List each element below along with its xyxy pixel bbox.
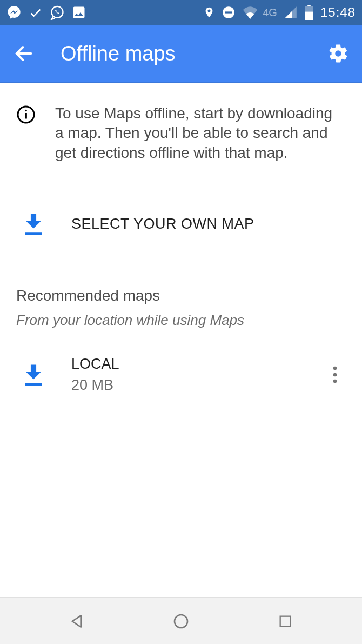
cell-signal-icon <box>284 5 298 19</box>
network-type-label: 4G <box>263 6 277 19</box>
nav-recent-button[interactable] <box>258 614 312 629</box>
download-icon <box>22 363 45 387</box>
android-status-bar: 4G 15:48 <box>0 0 362 25</box>
messenger-icon <box>6 5 22 20</box>
recommended-subheading: From your location while using Maps <box>16 312 346 329</box>
svg-point-9 <box>25 110 27 112</box>
back-button[interactable] <box>13 43 39 64</box>
nav-home-button[interactable] <box>154 613 208 630</box>
recommended-item-texts: LOCAL 20 MB <box>71 356 298 394</box>
svg-rect-11 <box>25 383 42 386</box>
select-own-map-label: SELECT YOUR OWN MAP <box>71 216 254 233</box>
checkmark-icon <box>28 5 43 20</box>
recommended-heading: Recommended maps <box>16 287 346 304</box>
page-title: Offline maps <box>39 42 323 65</box>
whatsapp-icon <box>50 5 65 20</box>
svg-point-15 <box>175 615 187 628</box>
more-options-button[interactable] <box>324 366 346 383</box>
settings-button[interactable] <box>323 43 349 64</box>
svg-point-14 <box>333 380 337 383</box>
svg-rect-2 <box>225 11 232 13</box>
svg-rect-10 <box>25 232 42 235</box>
recommended-section: Recommended maps From your location whil… <box>0 263 362 394</box>
svg-rect-5 <box>305 12 313 20</box>
wifi-icon <box>242 6 258 19</box>
location-icon <box>203 5 215 19</box>
recommended-item-size: 20 MB <box>71 377 298 394</box>
svg-rect-3 <box>307 5 311 6</box>
download-icon <box>22 212 45 236</box>
android-nav-bar <box>0 597 362 644</box>
status-right-icons: 4G 15:48 <box>203 5 356 20</box>
app-bar: Offline maps <box>0 25 362 83</box>
info-text: To use Maps offline, start by downloadin… <box>55 104 347 163</box>
do-not-disturb-icon <box>222 5 236 19</box>
nav-back-button[interactable] <box>50 613 104 630</box>
clock-label: 15:48 <box>320 5 356 20</box>
svg-rect-16 <box>280 616 290 626</box>
select-your-own-map-button[interactable]: SELECT YOUR OWN MAP <box>0 187 362 263</box>
image-icon <box>71 5 86 20</box>
svg-point-13 <box>333 373 337 377</box>
info-icon <box>16 104 36 163</box>
svg-point-12 <box>333 367 337 370</box>
recommended-map-item[interactable]: LOCAL 20 MB <box>16 340 346 394</box>
recommended-item-title: LOCAL <box>71 356 298 373</box>
info-card: To use Maps offline, start by downloadin… <box>0 83 362 187</box>
battery-icon <box>304 5 314 20</box>
status-left-icons <box>6 5 86 20</box>
